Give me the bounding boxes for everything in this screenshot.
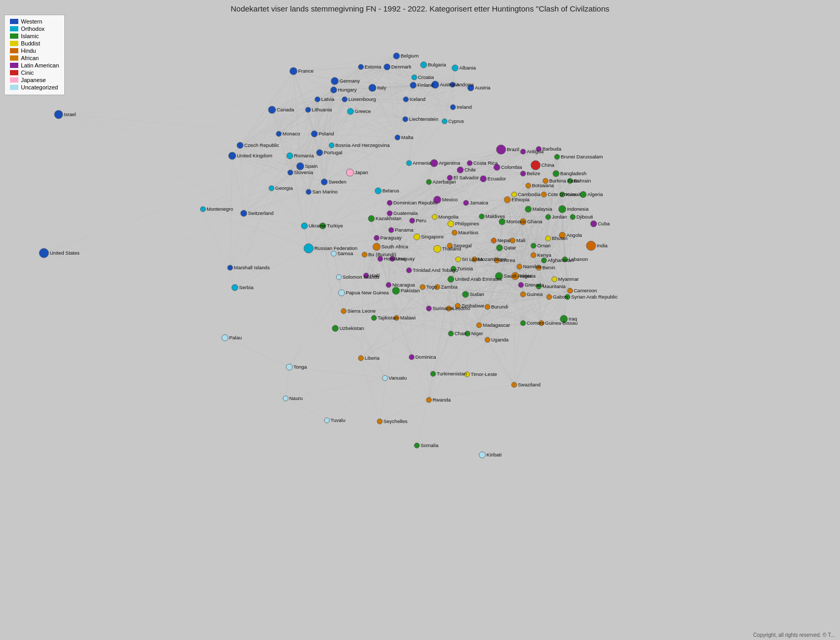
network-node[interactable] <box>269 186 274 191</box>
network-node[interactable] <box>467 161 472 166</box>
network-node[interactable] <box>54 110 63 119</box>
network-node[interactable] <box>375 188 381 194</box>
network-node[interactable] <box>580 191 586 198</box>
network-node[interactable] <box>390 256 395 261</box>
network-node[interactable] <box>491 238 496 243</box>
network-node[interactable] <box>288 170 293 175</box>
network-node[interactable] <box>338 290 345 296</box>
network-node[interactable] <box>517 264 522 269</box>
network-node[interactable] <box>452 230 457 235</box>
network-node[interactable] <box>485 337 490 342</box>
network-node[interactable] <box>562 257 567 262</box>
network-node[interactable] <box>479 214 484 219</box>
network-node[interactable] <box>531 161 540 170</box>
network-node[interactable] <box>559 232 565 238</box>
network-node[interactable] <box>448 221 454 227</box>
network-node[interactable] <box>290 67 297 75</box>
network-node[interactable] <box>520 171 526 176</box>
network-node[interactable] <box>331 77 338 85</box>
network-node[interactable] <box>450 105 456 110</box>
network-node[interactable] <box>495 272 503 280</box>
network-node[interactable] <box>553 170 559 177</box>
network-node[interactable] <box>426 179 432 185</box>
network-node[interactable] <box>463 200 469 205</box>
network-node[interactable] <box>237 142 243 148</box>
network-node[interactable] <box>347 108 354 115</box>
network-node[interactable] <box>526 183 531 188</box>
network-node[interactable] <box>504 197 510 203</box>
network-node[interactable] <box>229 152 236 159</box>
network-node[interactable] <box>387 211 392 216</box>
network-node[interactable] <box>286 364 292 370</box>
network-node[interactable] <box>476 323 482 328</box>
network-node[interactable] <box>414 234 420 240</box>
network-node[interactable] <box>591 221 597 227</box>
network-node[interactable] <box>567 288 573 293</box>
network-node[interactable] <box>435 284 440 290</box>
network-node[interactable] <box>546 236 551 241</box>
network-node[interactable] <box>447 243 452 248</box>
network-node[interactable] <box>39 248 49 258</box>
network-node[interactable] <box>457 167 463 173</box>
network-node[interactable] <box>494 164 500 170</box>
network-node[interactable] <box>450 82 455 87</box>
network-node[interactable] <box>452 65 458 71</box>
network-node[interactable] <box>412 75 417 80</box>
network-node[interactable] <box>406 268 412 273</box>
network-node[interactable] <box>456 257 461 262</box>
network-node[interactable] <box>304 244 313 253</box>
network-node[interactable] <box>384 64 390 70</box>
network-node[interactable] <box>331 251 336 256</box>
network-node[interactable] <box>321 179 327 185</box>
network-node[interactable] <box>442 119 447 124</box>
network-node[interactable] <box>430 371 436 376</box>
network-node[interactable] <box>510 238 515 243</box>
network-node[interactable] <box>369 84 376 92</box>
network-node[interactable] <box>382 375 388 381</box>
network-node[interactable] <box>358 356 364 361</box>
network-node[interactable] <box>570 214 575 220</box>
network-node[interactable] <box>377 419 382 424</box>
network-node[interactable] <box>539 321 544 326</box>
network-node[interactable] <box>394 315 399 321</box>
network-node[interactable] <box>547 294 552 300</box>
network-node[interactable] <box>421 62 427 68</box>
network-node[interactable] <box>346 169 354 176</box>
network-node[interactable] <box>543 178 548 184</box>
network-node[interactable] <box>374 235 379 241</box>
network-node[interactable] <box>536 265 541 270</box>
network-node[interactable] <box>362 252 367 257</box>
network-node[interactable] <box>297 163 304 170</box>
network-node[interactable] <box>552 277 557 282</box>
network-node[interactable] <box>200 207 206 212</box>
network-node[interactable] <box>301 223 308 229</box>
network-node[interactable] <box>420 284 425 290</box>
network-node[interactable] <box>222 335 228 341</box>
network-node[interactable] <box>232 284 238 291</box>
network-node[interactable] <box>311 131 317 137</box>
network-node[interactable] <box>518 282 524 288</box>
network-node[interactable] <box>446 306 451 311</box>
network-node[interactable] <box>306 189 311 195</box>
network-node[interactable] <box>531 253 536 258</box>
network-node[interactable] <box>410 82 416 88</box>
network-node[interactable] <box>329 143 334 148</box>
network-node[interactable] <box>448 331 453 336</box>
network-node[interactable] <box>371 315 377 321</box>
network-node[interactable] <box>426 397 432 403</box>
network-node[interactable] <box>448 276 454 282</box>
network-node[interactable] <box>434 245 441 253</box>
network-node[interactable] <box>567 178 573 184</box>
network-node[interactable] <box>520 149 526 154</box>
network-node[interactable] <box>409 355 414 360</box>
network-node[interactable] <box>283 396 288 401</box>
network-node[interactable] <box>512 272 519 280</box>
network-node[interactable] <box>447 175 452 180</box>
network-node[interactable] <box>432 214 437 220</box>
network-node[interactable] <box>559 205 566 213</box>
network-node[interactable] <box>268 106 276 113</box>
network-node[interactable] <box>324 418 330 423</box>
network-node[interactable] <box>386 282 391 288</box>
network-node[interactable] <box>499 219 505 225</box>
network-node[interactable] <box>512 382 517 387</box>
